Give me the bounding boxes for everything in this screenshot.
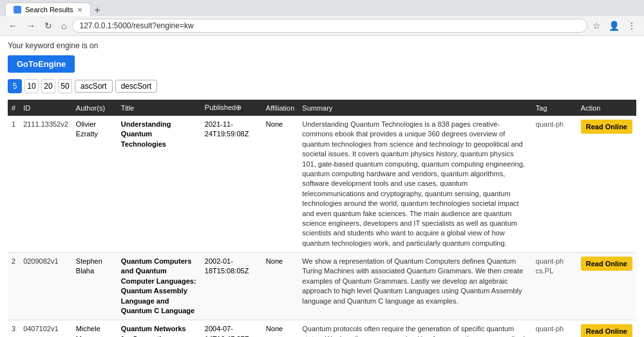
row-published: 2021-11-24T19:59:08Z (201, 116, 262, 253)
col-num: # (8, 100, 19, 116)
row-authors: Michele Mosca (72, 320, 117, 337)
col-tag: Tag (532, 100, 577, 116)
row-authors: Stephen Blaha (72, 253, 117, 320)
row-action: Read Online (577, 253, 636, 320)
row-action: Read Online (577, 320, 636, 337)
table-row: 3 0407102v1 Michele Mosca Quantum Networ… (8, 320, 636, 337)
new-tab-button[interactable]: + (91, 5, 104, 16)
forward-button[interactable]: → (23, 19, 39, 32)
bookmark-icon[interactable]: ☆ (590, 19, 603, 32)
row-id: 2111.13352v2 (19, 116, 72, 253)
col-title: Title (117, 100, 201, 116)
row-num: 1 (8, 116, 19, 253)
main-content: Your keyword engine is on GoToEngine 5 1… (0, 36, 644, 337)
back-button[interactable]: ← (5, 19, 21, 32)
row-tag: quant-ph (532, 320, 577, 337)
col-authors: Author(s) (72, 100, 117, 116)
row-title: Quantum Networks for Generating Arbitrar… (117, 320, 201, 337)
row-published: 2004-07-14T16:47:27Z (201, 320, 262, 337)
row-summary: Quantum protocols often require the gene… (298, 320, 532, 337)
row-affiliation: None (262, 253, 298, 320)
read-online-button[interactable]: Read Online (581, 120, 632, 134)
results-table: # ID Author(s) Title Published⊕ Affiliat… (8, 100, 636, 337)
table-body: 1 2111.13352v2 Olivier Ezratty Understan… (8, 116, 636, 337)
size-50-button[interactable]: 50 (58, 79, 72, 93)
table-row: 2 0209082v1 Stephen Blaha Quantum Comput… (8, 253, 636, 320)
row-tag: quant-ph cs.PL (532, 253, 577, 320)
size-5-button[interactable]: 5 (8, 79, 22, 93)
col-affiliation: Affiliation (262, 100, 298, 116)
results-per-page-row: 5 10 20 50 ascSort descSort (8, 79, 636, 93)
refresh-button[interactable]: ↻ (41, 19, 55, 32)
row-tag: quant-ph (532, 116, 577, 253)
row-authors: Olivier Ezratty (72, 116, 117, 253)
col-action: Action (577, 100, 636, 116)
account-icon[interactable]: 👤 (606, 19, 622, 32)
row-title: Quantum Computers and Quantum Computer L… (117, 253, 201, 320)
row-published: 2002-01-18T15:08:05Z (201, 253, 262, 320)
goto-engine-button[interactable]: GoToEngine (8, 55, 75, 73)
table-header: # ID Author(s) Title Published⊕ Affiliat… (8, 100, 636, 116)
row-id: 0407102v1 (19, 320, 72, 337)
row-num: 2 (8, 253, 19, 320)
col-published[interactable]: Published⊕ (201, 100, 262, 116)
search-results-tab[interactable]: Search Results ✕ (5, 3, 91, 16)
menu-icon[interactable]: ⋮ (625, 19, 639, 32)
row-num: 3 (8, 320, 19, 337)
tab-favicon (14, 6, 21, 14)
address-bar[interactable] (72, 19, 587, 33)
col-id: ID (19, 100, 72, 116)
size-20-button[interactable]: 20 (41, 79, 55, 93)
keyword-status: Your keyword engine is on (8, 41, 636, 50)
desc-sort-button[interactable]: descSort (115, 80, 157, 93)
navigation-bar: ← → ↻ ⌂ ☆ 👤 ⋮ (0, 16, 644, 36)
read-online-button[interactable]: Read Online (581, 257, 632, 271)
tab-bar: Search Results ✕ + (0, 0, 644, 16)
table-row: 1 2111.13352v2 Olivier Ezratty Understan… (8, 116, 636, 253)
asc-sort-button[interactable]: ascSort (75, 80, 113, 93)
home-button[interactable]: ⌂ (58, 19, 70, 32)
tab-title: Search Results (25, 6, 73, 14)
row-affiliation: None (262, 320, 298, 337)
nav-right-icons: ☆ 👤 ⋮ (590, 19, 639, 32)
tab-close-button[interactable]: ✕ (77, 6, 82, 14)
read-online-button[interactable]: Read Online (581, 324, 632, 337)
size-10-button[interactable]: 10 (24, 79, 39, 93)
row-affiliation: None (262, 116, 298, 253)
row-id: 0209082v1 (19, 253, 72, 320)
row-action: Read Online (577, 116, 636, 253)
row-summary: We show a representation of Quantum Comp… (298, 253, 532, 320)
col-summary: Summary (298, 100, 532, 116)
row-title: Understanding Quantum Technologies (117, 116, 201, 253)
row-summary: Understanding Quantum Technologies is a … (298, 116, 532, 253)
